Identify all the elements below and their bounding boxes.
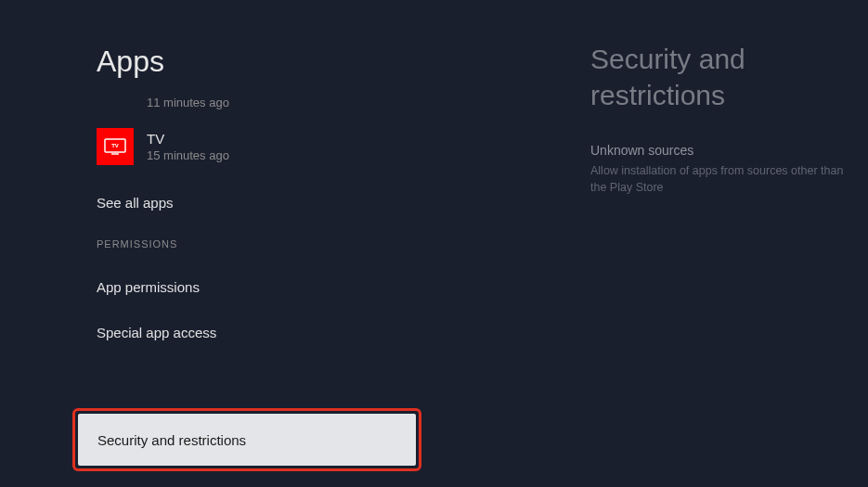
unknown-sources-setting[interactable]: Unknown sources Allow installation of ap… <box>590 143 860 196</box>
special-app-access-item[interactable]: Special app access <box>97 310 449 355</box>
detail-panel: Security and restrictions Unknown source… <box>590 41 860 212</box>
app-row-tv[interactable]: TV TV 15 minutes ago <box>97 124 449 169</box>
tv-icon: TV <box>104 138 126 155</box>
setting-description-label: Allow installation of apps from sources … <box>590 163 860 196</box>
security-restrictions-item[interactable]: Security and restrictions <box>78 414 416 466</box>
app-timestamp-previous: 11 minutes ago <box>147 96 449 109</box>
app-name-label: TV <box>147 131 229 147</box>
svg-text:TV: TV <box>111 143 119 148</box>
detail-title: Security and restrictions <box>590 41 860 113</box>
page-title: Apps <box>97 45 449 79</box>
see-all-apps[interactable]: See all apps <box>97 180 449 225</box>
apps-panel: Apps 11 minutes ago TV TV 15 minutes ago… <box>97 45 449 355</box>
tv-app-icon: TV <box>97 128 134 165</box>
selected-item-highlight: Security and restrictions <box>72 408 421 471</box>
setting-name-label: Unknown sources <box>590 143 860 158</box>
app-info: TV 15 minutes ago <box>147 131 229 162</box>
app-permissions-item[interactable]: App permissions <box>97 264 449 310</box>
app-timestamp-label: 15 minutes ago <box>147 148 229 162</box>
permissions-header: PERMISSIONS <box>97 238 449 250</box>
security-restrictions-label: Security and restrictions <box>97 432 246 448</box>
